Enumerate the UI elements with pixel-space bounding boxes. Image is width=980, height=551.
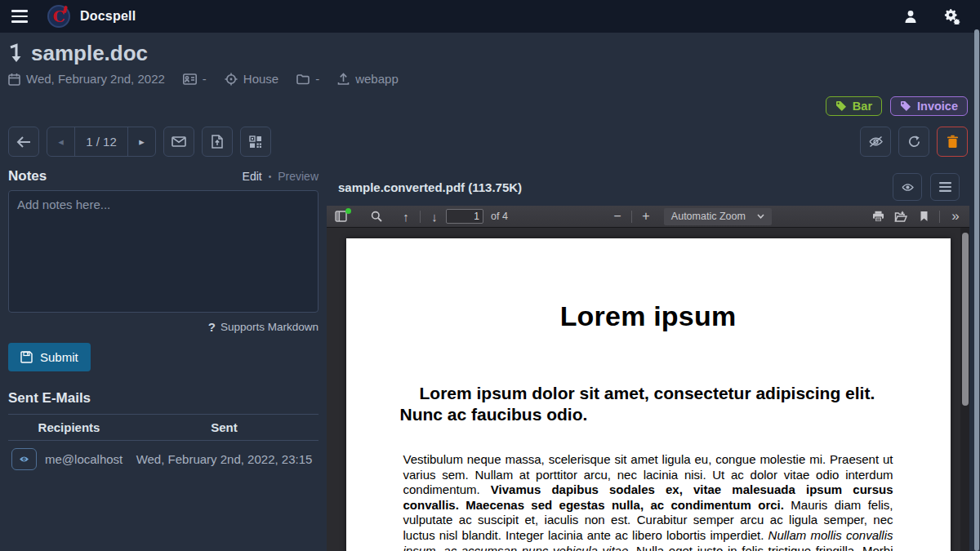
eye-slash-icon [868,136,884,148]
refresh-icon [907,135,921,149]
notification-dot [345,208,351,214]
user-icon[interactable] [903,9,918,24]
tag-icon [835,100,847,112]
column-sent: Sent [130,415,318,441]
pdf-page: Lorem ipsum Lorem ipsum dolor sit amet, … [346,238,951,551]
eye-icon [18,455,30,464]
print-icon[interactable] [868,207,888,225]
back-button[interactable] [8,127,39,157]
crosshair-icon [225,73,238,86]
envelope-icon [172,136,186,147]
tag-invoice[interactable]: Invoice [890,96,968,116]
prev-item-button[interactable]: ◂ [47,127,75,156]
save-icon [20,351,33,363]
chevron-down-icon [757,214,764,219]
page-down-icon[interactable]: ↓ [425,207,444,225]
bookmark-icon[interactable] [914,207,933,225]
page-count-label: of 4 [491,211,508,222]
send-mail-button[interactable] [163,127,194,157]
qr-code-icon [249,136,262,149]
sent-emails-table: Recipients Sent me@localhost Wed, Febru [8,414,318,478]
page-scrollbar[interactable] [974,29,979,551]
mail-recipient: me@localhost [45,452,122,466]
zoom-in-icon[interactable]: + [636,207,656,225]
eye-icon [901,182,915,193]
correspondent-field[interactable]: - [183,72,207,86]
item-header: sample.doc Wed, February 2nd, 2022 - Hou… [0,33,980,116]
docspell-logo: C [47,5,70,28]
app-name: Docspell [80,9,136,24]
item-date[interactable]: Wed, February 2nd, 2022 [8,72,165,86]
page-up-icon[interactable]: ↑ [396,207,416,225]
tags-row: Bar Invoice [8,96,968,116]
column-recipients: Recipients [8,415,130,441]
notes-edit-tab[interactable]: Edit [243,170,262,183]
qr-code-button[interactable] [240,127,271,157]
markdown-hint: ? Supports Markdown [8,320,318,334]
tag-icon [900,100,911,112]
search-icon[interactable] [367,207,386,225]
delete-button[interactable] [937,127,968,157]
attachment-view-button[interactable] [893,173,922,201]
menu-icon [939,182,951,192]
notes-heading: Notes [8,168,47,184]
tab-separator: • [269,172,272,181]
viewer-scrollbar-thumb[interactable] [962,233,969,406]
notes-preview-tab[interactable]: Preview [278,170,318,183]
top-bar: C Docspell [0,0,980,33]
pdf-title: Lorem ipsum [346,300,951,332]
file-upload-icon [212,135,223,149]
table-row: me@localhost Wed, February 2nd, 2022, 23… [8,441,318,478]
id-card-icon [183,73,197,85]
sent-emails-heading: Sent E-Mails [8,390,318,407]
notes-panel: Notes Edit • Preview ? Supports Markdown… [0,168,327,551]
add-file-button[interactable] [202,127,233,157]
page-indicator: 1 / 12 [75,127,127,156]
pdfjs-toolbar: ↑ ↓ of 4 − + Automatic Zoom [327,206,969,228]
zoom-out-icon[interactable]: − [608,207,627,225]
item-title: sample.doc [31,41,148,66]
notes-input[interactable] [8,190,318,313]
unconfirm-button[interactable] [860,127,891,157]
pager: ◂ 1 / 12 ▸ [47,127,156,157]
reprocess-button[interactable] [898,127,929,157]
source-field: webapp [337,72,399,86]
zoom-level-select[interactable]: Automatic Zoom [664,208,772,225]
question-icon: ? [208,320,216,334]
attachment-panel: sample.converted.pdf (113.75K) ↑ [327,168,969,551]
arrow-down-icon [8,43,23,64]
folder-icon [296,73,310,85]
trash-icon [947,135,959,149]
submit-button[interactable]: Submit [8,343,91,371]
calendar-icon [8,73,20,86]
attachment-menu-button[interactable] [930,173,960,201]
download-icon[interactable] [891,207,911,225]
concerning-field[interactable]: House [225,72,278,86]
next-item-button[interactable]: ▸ [127,127,155,156]
upload-icon [337,73,350,86]
pdf-body: Vestibulum neque massa, scelerisque sit … [346,452,951,551]
attachment-filename: sample.converted.pdf (113.75K) [338,180,522,194]
mail-sent-date: Wed, February 2nd, 2022, 23:15 [130,441,318,478]
view-mail-button[interactable] [11,448,37,470]
toolbar-more-icon[interactable]: » [946,207,965,225]
hamburger-icon[interactable] [11,10,28,23]
sidebar-toggle-icon[interactable] [331,207,350,225]
gears-icon[interactable] [942,8,960,24]
action-toolbar: ◂ 1 / 12 ▸ [0,127,980,157]
folder-field[interactable]: - [296,72,319,86]
page-number-input[interactable] [446,209,483,224]
pdf-subtitle: Lorem ipsum dolor sit amet, consectetur … [346,383,951,425]
tag-bar[interactable]: Bar [826,96,882,116]
pdf-viewer: Lorem ipsum Lorem ipsum dolor sit amet, … [327,228,969,551]
